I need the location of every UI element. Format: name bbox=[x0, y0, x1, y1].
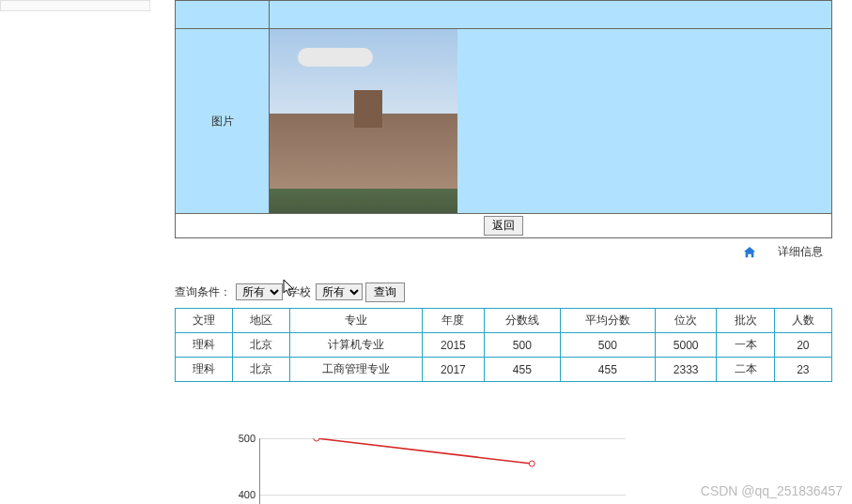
filter-row: 查询条件： 所有 学校 所有 查询 bbox=[175, 279, 832, 306]
cell: 2017 bbox=[423, 358, 485, 382]
cell: 20 bbox=[774, 333, 831, 358]
col-batch: 批次 bbox=[717, 309, 774, 333]
plot-area bbox=[260, 438, 626, 504]
cell: 500 bbox=[484, 333, 560, 358]
filter-select-1[interactable]: 所有 bbox=[236, 283, 283, 300]
info-value-empty bbox=[270, 1, 832, 29]
main-content: 图片 返回 详细信息 查询条件： 所有 学校 所有 查询 bbox=[175, 0, 832, 504]
info-label-empty bbox=[176, 1, 270, 29]
col-major: 专业 bbox=[290, 309, 423, 333]
cell: 北京 bbox=[233, 358, 290, 382]
info-image-label: 图片 bbox=[176, 29, 270, 214]
col-scoreline: 分数线 bbox=[484, 309, 560, 333]
col-wenli: 文理 bbox=[176, 309, 233, 333]
cell: 北京 bbox=[233, 333, 290, 358]
cell: 455 bbox=[484, 358, 560, 382]
return-row: 返回 bbox=[176, 214, 832, 238]
filter-label: 查询条件： bbox=[175, 285, 231, 298]
cell: 2015 bbox=[423, 333, 485, 358]
y-tick-500: 500 bbox=[231, 433, 256, 444]
home-icon[interactable] bbox=[743, 246, 756, 259]
chart-line bbox=[260, 438, 626, 504]
col-count: 人数 bbox=[774, 309, 831, 333]
col-region: 地区 bbox=[233, 309, 290, 333]
col-year: 年度 bbox=[423, 309, 485, 333]
info-table: 图片 返回 bbox=[175, 0, 832, 238]
svg-point-2 bbox=[529, 461, 534, 466]
cell: 455 bbox=[560, 358, 655, 382]
table-row: 理科 北京 工商管理专业 2017 455 455 2333 二本 23 bbox=[176, 358, 832, 382]
info-image-row: 图片 bbox=[176, 29, 832, 214]
svg-line-0 bbox=[317, 438, 532, 464]
cell: 理科 bbox=[176, 358, 233, 382]
col-rank: 位次 bbox=[655, 309, 717, 333]
cell: 理科 bbox=[176, 333, 233, 358]
cell: 23 bbox=[774, 358, 831, 382]
cell: 2333 bbox=[655, 358, 717, 382]
cell: 二本 bbox=[717, 358, 774, 382]
cell: 工商管理专业 bbox=[290, 358, 423, 382]
left-panel-stub bbox=[0, 0, 150, 11]
breadcrumb: 详细信息 bbox=[175, 238, 832, 279]
info-image-cell bbox=[270, 29, 832, 214]
cell: 一本 bbox=[717, 333, 774, 358]
cell: 计算机专业 bbox=[290, 333, 423, 358]
col-avgscore: 平均分数 bbox=[560, 309, 655, 333]
cell: 500 bbox=[560, 333, 655, 358]
table-row: 理科 北京 计算机专业 2015 500 500 5000 一本 20 bbox=[176, 333, 832, 358]
line-chart: 500 400 bbox=[231, 438, 626, 504]
svg-point-1 bbox=[314, 438, 319, 441]
watermark: CSDN @qq_251836457 bbox=[701, 483, 843, 498]
cell: 5000 bbox=[655, 333, 717, 358]
return-button[interactable]: 返回 bbox=[484, 216, 523, 236]
data-table-header-row: 文理 地区 专业 年度 分数线 平均分数 位次 批次 人数 bbox=[176, 309, 832, 333]
filter-mid-label: 学校 bbox=[288, 285, 311, 298]
filter-select-2[interactable]: 所有 bbox=[316, 283, 363, 300]
info-table-empty-row bbox=[176, 1, 832, 29]
data-table: 文理 地区 专业 年度 分数线 平均分数 位次 批次 人数 理科 北京 计算机专… bbox=[175, 308, 832, 382]
campus-image bbox=[270, 29, 457, 213]
detail-link[interactable]: 详细信息 bbox=[778, 245, 823, 258]
query-button[interactable]: 查询 bbox=[365, 283, 405, 302]
y-tick-400: 400 bbox=[231, 489, 256, 500]
